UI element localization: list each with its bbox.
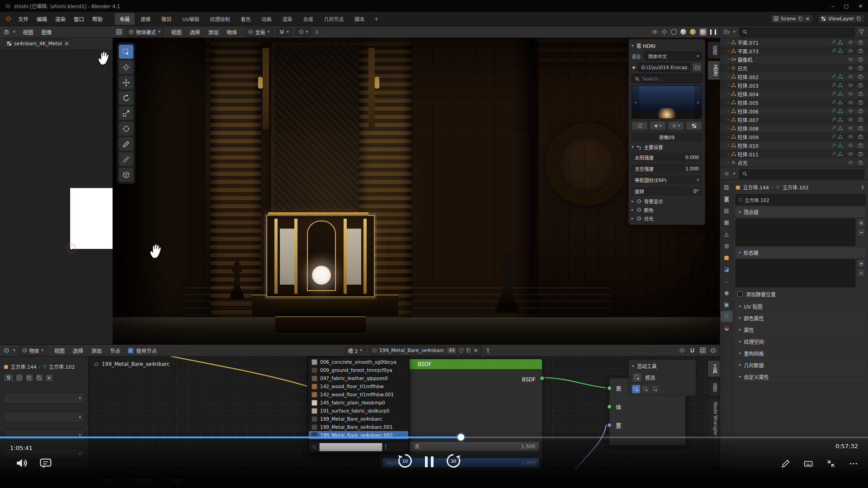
collapsed-section[interactable]: ▸ 几何数据 [736,360,865,370]
hdri-folder-path[interactable]: G:\1\su\014 Enscap... [638,63,690,72]
bsdf-output-socket[interactable] [540,376,544,380]
output-socket-row[interactable]: 置 [609,421,685,430]
hide-in-viewport-toggle[interactable] [846,151,854,157]
outliner-row[interactable]: › 柱体.005 [720,98,868,107]
viewport-menu[interactable]: 视图 [167,27,186,38]
hdri-preview[interactable]: ‹ › [632,85,702,119]
unlink-button[interactable] [45,374,53,382]
shader-editor-menu[interactable]: 添加 [87,345,106,356]
properties-tab[interactable]: ∴ [721,276,732,286]
more-options-icon[interactable] [849,459,858,468]
object-name[interactable]: 柱体.011 [738,150,830,158]
sun-strength-slider[interactable]: 太阳强度0.000 [632,153,702,162]
disable-in-render-toggle[interactable] [856,74,864,80]
outliner-search-input[interactable] [750,29,852,35]
workspace-tab[interactable]: UV编辑 [177,13,204,25]
object-name[interactable]: 柱体.004 [738,90,830,98]
duplicate-material-icon[interactable] [466,348,471,353]
disable-in-render-toggle[interactable] [856,99,864,105]
shading-rendered-button[interactable] [699,28,707,36]
object-name[interactable]: 柱体.003 [738,82,830,89]
outliner-row[interactable]: › 柱体.008 [720,124,868,132]
material-dropdown-item[interactable]: 191_surface_fabric_sbdkurp0 [309,407,408,415]
snap-target-icon[interactable] [679,347,685,353]
hide-in-viewport-toggle[interactable] [846,39,854,45]
hide-in-viewport-toggle[interactable] [846,142,854,148]
proportional-editing-toggle[interactable]: ▾ [296,28,311,36]
properties-tab[interactable]: ▦ [721,217,732,228]
hdri-collapsed-section[interactable]: ▸ 颜色 [632,206,702,213]
shader-editor-menu[interactable]: 选择 [69,345,87,356]
object-name[interactable]: 柱体.009 [738,133,830,141]
favorites-button[interactable]: ★▾ [650,121,666,130]
hide-in-viewport-toggle[interactable] [846,82,854,88]
material-dropdown-item[interactable]: 142_wood_floor_tl1mffhbw.001 [309,390,408,399]
collapsed-section[interactable]: ▸ 属性 [736,324,865,335]
refresh-button[interactable] [632,121,648,130]
projection-select[interactable]: 等距圆柱(ERP)▾ [632,175,702,184]
expand-icon[interactable]: › [727,40,729,44]
close-button[interactable]: × [859,3,863,9]
remove-vertex-group-button[interactable]: − [857,228,865,236]
disable-in-render-toggle[interactable] [856,39,864,45]
slot-selector[interactable]: 槽 2▾ [345,346,365,356]
expand-icon[interactable]: › [727,83,729,87]
material-dropdown-item[interactable]: 006_concrete_smooth_sg0tbcya [309,358,408,366]
add-workspace-button[interactable]: + [371,14,382,24]
pin-icon[interactable] [485,347,491,353]
disable-in-render-toggle[interactable] [856,91,864,97]
copy-material-button[interactable] [35,374,43,382]
outliner-row[interactable]: › 柱体.003 [720,81,868,89]
disable-in-render-toggle[interactable] [856,108,864,114]
disable-in-render-toggle[interactable] [856,117,864,122]
vertex-groups-section[interactable]: ▾ 顶点组 [736,207,865,217]
vertex-groups-list[interactable] [736,219,855,246]
pause-button[interactable] [425,455,434,467]
outliner-row[interactable]: › 柱体.011 [720,150,868,158]
material-dropdown-item[interactable]: 142_wood_floor_tl1mffhbw [309,382,408,390]
properties-tab[interactable]: ▽ [721,311,732,322]
hide-in-viewport-toggle[interactable] [846,108,854,114]
workspace-tab[interactable]: 几何节点 [319,13,349,25]
properties-search-field[interactable] [739,169,864,178]
outliner-row[interactable]: › 平面.071 [720,38,868,47]
output-socket-row[interactable]: 体 [609,402,685,411]
tool-button[interactable] [119,45,133,59]
overlay-grid-icon[interactable] [700,347,706,353]
snapping-magnet-icon[interactable] [689,347,695,353]
workspace-tab[interactable]: 合成 [298,13,318,25]
collapsed-panel[interactable]: ▾ [4,412,85,422]
object-name[interactable]: 柱体.010 [738,142,830,149]
expand-icon[interactable]: › [727,100,729,104]
shape-keys-list[interactable] [736,259,855,287]
outliner-row[interactable]: › 点光 [720,158,868,167]
remove-shape-key-button[interactable]: − [857,269,865,277]
shading-material-button[interactable] [690,29,696,35]
copy-material-button[interactable] [25,374,33,382]
input-socket[interactable] [607,386,612,390]
image-datablock[interactable]: se4nbarc_4K_Metal [4,39,72,48]
object-name[interactable]: 柱体.008 [738,125,830,132]
hide-in-viewport-toggle[interactable] [846,56,854,62]
hide-in-viewport-toggle[interactable] [846,48,854,54]
rewind-button[interactable]: 10 [397,453,413,469]
outliner-row[interactable]: › 柱体.004 [720,89,868,98]
menu-item[interactable]: 帮助 [88,14,107,24]
expand-icon[interactable]: › [727,160,729,164]
expand-icon[interactable]: › [727,66,729,70]
workspace-tab[interactable]: 动画 [257,13,277,25]
outliner-row[interactable]: › 柱体.007 [720,115,868,124]
shader-editor-menu[interactable]: 视图 [50,345,69,356]
object-name[interactable]: 平面.071 [738,39,830,46]
material-dropdown-item[interactable]: 199_Metal_Bare_se4nbarc [309,415,408,423]
object-name[interactable]: 柱体.007 [738,116,830,123]
rotation-slider[interactable]: 旋转0° [632,187,702,196]
filter-icon[interactable] [859,29,864,35]
shader-editor-type-icon[interactable] [4,347,9,353]
material-dropdown-item[interactable]: 097_fabric_leather_qlppzes0 [309,374,408,382]
notes-pencil-icon[interactable] [781,459,790,468]
hide-in-viewport-toggle[interactable] [846,117,854,122]
workspace-tab[interactable]: 布局 [115,13,135,25]
disable-in-render-toggle[interactable] [856,142,864,148]
image-editor-menu[interactable]: 视图 [19,27,38,38]
